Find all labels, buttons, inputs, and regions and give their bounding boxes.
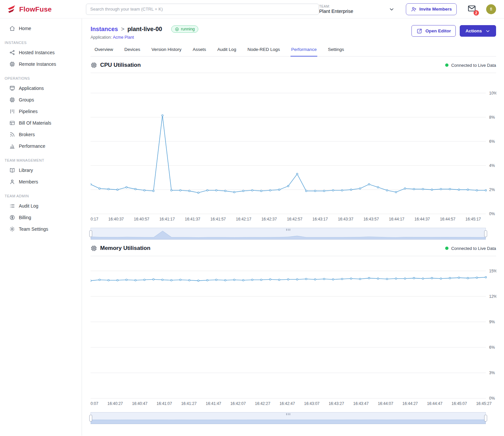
svg-text:6%: 6% (489, 345, 495, 350)
svg-text:2%: 2% (489, 187, 495, 192)
svg-text:16:44:07: 16:44:07 (378, 401, 393, 406)
navigator-grip[interactable] (286, 229, 290, 231)
tab-version-history[interactable]: Version History (151, 44, 182, 57)
avatar[interactable]: fl (486, 4, 496, 14)
svg-text:0%: 0% (489, 212, 495, 216)
team-selector[interactable]: TEAM: Plant Enterprise (319, 5, 395, 14)
cpu-chip-icon (91, 62, 97, 68)
memory-chip-icon (91, 245, 97, 252)
share-nodes-icon (9, 50, 15, 56)
memory-chart[interactable]: 0%3%6%9%12%15%0:0716:40:2716:40:4716:41:… (91, 264, 496, 408)
svg-text:6%: 6% (489, 139, 495, 144)
tab-audit-log[interactable]: Audit Log (217, 44, 237, 57)
sidebar-item-audit-log[interactable]: Audit Log (0, 200, 82, 212)
instance-name: plant-live-00 (128, 25, 162, 33)
svg-text:3%: 3% (489, 371, 495, 375)
navigator-right-handle[interactable] (484, 415, 487, 421)
navigator-left-handle[interactable] (89, 230, 92, 237)
svg-text:16:40:57: 16:40:57 (134, 217, 149, 221)
chart-bars-icon (9, 143, 15, 149)
cpu-chart[interactable]: 0%2%4%6%8%10%0:1716:40:3716:40:5716:41:1… (91, 81, 496, 224)
actions-button[interactable]: Actions (460, 25, 496, 37)
live-dot-icon (445, 63, 448, 67)
svg-text:16:44:57: 16:44:57 (440, 217, 455, 221)
sidebar-item-applications[interactable]: Applications (0, 82, 82, 94)
memory-chart-navigator[interactable] (91, 412, 486, 424)
sidebar-item-groups[interactable]: Groups (0, 94, 82, 105)
svg-text:16:41:47: 16:41:47 (206, 401, 221, 406)
open-editor-button[interactable]: Open Editor (411, 25, 456, 37)
svg-text:4%: 4% (489, 163, 495, 168)
sidebar-item-billing[interactable]: Billing (0, 212, 82, 223)
svg-text:9%: 9% (489, 320, 495, 324)
team-selector-text: TEAM: Plant Enterprise (319, 5, 353, 14)
notification-count-badge: 2 (474, 10, 479, 16)
navigator-left-handle[interactable] (89, 415, 92, 421)
application-label: Application: (91, 35, 112, 40)
svg-text:16:45:27: 16:45:27 (476, 401, 492, 406)
template-icon (9, 85, 15, 91)
cog-icon (9, 226, 15, 232)
svg-text:10%: 10% (489, 91, 496, 96)
svg-text:16:41:57: 16:41:57 (211, 217, 226, 221)
sidebar-item-home[interactable]: Home (0, 22, 82, 34)
sidebar-item-label: Bill Of Materials (19, 120, 51, 126)
application-link[interactable]: Acme Plant (113, 35, 134, 40)
invite-members-button[interactable]: Invite Members (406, 3, 457, 15)
logo-wordmark: FlowFuse (19, 5, 52, 13)
sidebar-item-brokers[interactable]: Brokers (0, 129, 82, 140)
tab-settings[interactable]: Settings (327, 44, 345, 57)
sidebar-item-hosted-instances[interactable]: Hosted Instances (0, 47, 82, 58)
svg-text:16:45:17: 16:45:17 (465, 217, 481, 221)
sidebar-item-performance[interactable]: Performance (0, 140, 82, 152)
sidebar-item-label: Groups (19, 97, 34, 102)
memory-section: Memory Utilisation Connected to Live Dat… (91, 240, 496, 424)
tab-assets[interactable]: Assets (192, 44, 207, 57)
cpu-live-label: Connected to Live Data (451, 63, 496, 68)
breadcrumb: Instances > plant-live-00 running (91, 25, 198, 33)
chevron-down-icon (485, 28, 490, 34)
svg-text:16:43:37: 16:43:37 (338, 217, 353, 221)
application-line: Application: Acme Plant (91, 35, 198, 40)
svg-text:16:43:47: 16:43:47 (353, 401, 369, 406)
breadcrumb-separator: > (121, 25, 125, 33)
svg-text:16:44:37: 16:44:37 (414, 217, 430, 221)
svg-text:12%: 12% (489, 294, 496, 299)
cpu-chart-navigator[interactable] (91, 228, 486, 240)
sidebar-item-library[interactable]: Library (0, 164, 82, 176)
tab-node-red-logs[interactable]: Node-RED Logs (247, 44, 281, 57)
sidebar-item-label: Remote Instances (19, 61, 56, 67)
navigator-grip[interactable] (286, 413, 290, 415)
sidebar-item-label: Hosted Instances (19, 50, 55, 55)
sidebar-section-title-instances: INSTANCES (0, 41, 82, 45)
tab-performance[interactable]: Performance (291, 44, 317, 57)
svg-text:16:41:27: 16:41:27 (181, 401, 197, 406)
sidebar-item-members[interactable]: Members (0, 176, 82, 187)
notifications-button[interactable]: 2 (467, 4, 476, 14)
memory-live-label: Connected to Live Data (451, 246, 496, 251)
topbar: FlowFuse TEAM: Plant Enterprise Invite M… (0, 0, 504, 19)
sidebar-item-bill-of-materials[interactable]: Bill Of Materials (0, 117, 82, 129)
cpu-section: CPU Utilisation Connected to Live Data 0… (91, 57, 496, 240)
sidebar-item-remote-instances[interactable]: Remote Instances (0, 58, 82, 70)
dollar-icon (9, 215, 15, 220)
tab-overview[interactable]: Overview (94, 44, 114, 57)
sidebar-item-pipelines[interactable]: Pipelines (0, 105, 82, 117)
sidebar-item-label: Billing (19, 215, 31, 220)
user-icon (9, 179, 15, 185)
svg-text:16:44:27: 16:44:27 (403, 401, 418, 406)
invite-members-label: Invite Members (419, 7, 452, 12)
sidebar-item-team-settings[interactable]: Team Settings (0, 223, 82, 235)
search-input[interactable] (86, 4, 319, 15)
svg-text:16:42:07: 16:42:07 (230, 401, 246, 406)
flowfuse-logo[interactable]: FlowFuse (7, 4, 82, 14)
breadcrumb-instances-link[interactable]: Instances (91, 25, 118, 33)
sidebar-item-label: Audit Log (19, 203, 38, 209)
tab-devices[interactable]: Devices (124, 44, 141, 57)
sidebar-item-label: Pipelines (19, 109, 38, 114)
open-editor-icon (416, 28, 422, 34)
cpu-section-header: CPU Utilisation Connected to Live Data (91, 57, 496, 73)
navigator-right-handle[interactable] (484, 230, 487, 237)
svg-text:16:42:27: 16:42:27 (255, 401, 270, 406)
svg-text:16:42:37: 16:42:37 (261, 217, 277, 221)
